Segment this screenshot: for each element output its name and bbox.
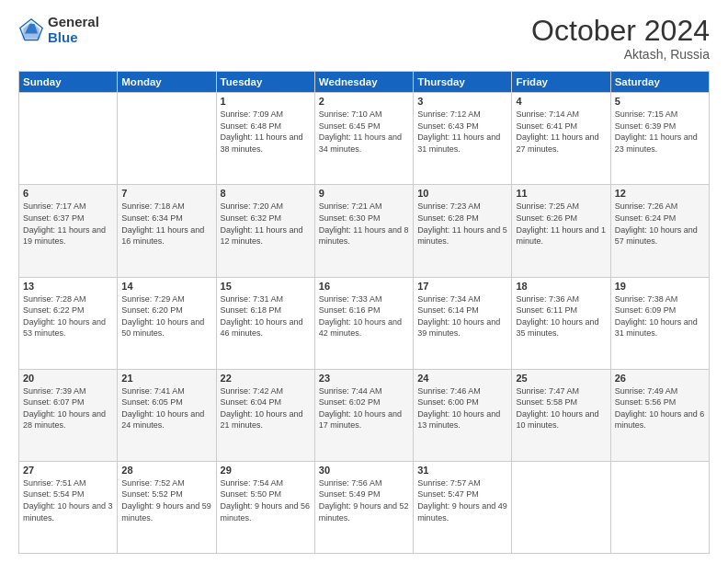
- cell-day-number: 31: [417, 465, 507, 476]
- table-row: 8Sunrise: 7:20 AMSunset: 6:32 PMDaylight…: [216, 185, 314, 277]
- cell-info: Sunrise: 7:46 AMSunset: 6:00 PMDaylight:…: [417, 385, 507, 431]
- table-row: 3Sunrise: 7:12 AMSunset: 6:43 PMDaylight…: [414, 93, 512, 185]
- cell-day-number: 1: [221, 96, 311, 107]
- table-row: 23Sunrise: 7:44 AMSunset: 6:02 PMDayligh…: [314, 369, 413, 461]
- table-row: 2Sunrise: 7:10 AMSunset: 6:45 PMDaylight…: [314, 93, 413, 185]
- table-row: 12Sunrise: 7:26 AMSunset: 6:24 PMDayligh…: [610, 185, 709, 277]
- cell-day-number: 17: [417, 281, 507, 292]
- table-row: 22Sunrise: 7:42 AMSunset: 6:04 PMDayligh…: [216, 369, 314, 461]
- table-row: 14Sunrise: 7:29 AMSunset: 6:20 PMDayligh…: [118, 277, 216, 369]
- table-row: 7Sunrise: 7:18 AMSunset: 6:34 PMDaylight…: [118, 185, 216, 277]
- logo-general: General: [48, 15, 99, 30]
- table-row: 29Sunrise: 7:54 AMSunset: 5:50 PMDayligh…: [216, 461, 314, 553]
- cell-info: Sunrise: 7:20 AMSunset: 6:32 PMDaylight:…: [221, 201, 311, 247]
- cell-info: Sunrise: 7:49 AMSunset: 5:56 PMDaylight:…: [615, 385, 705, 431]
- table-row: 30Sunrise: 7:56 AMSunset: 5:49 PMDayligh…: [314, 461, 413, 553]
- table-row: 17Sunrise: 7:34 AMSunset: 6:14 PMDayligh…: [414, 277, 512, 369]
- table-row: 10Sunrise: 7:23 AMSunset: 6:28 PMDayligh…: [414, 185, 512, 277]
- table-row: 4Sunrise: 7:14 AMSunset: 6:41 PMDaylight…: [512, 93, 610, 185]
- table-row: 24Sunrise: 7:46 AMSunset: 6:00 PMDayligh…: [414, 369, 512, 461]
- table-row: 9Sunrise: 7:21 AMSunset: 6:30 PMDaylight…: [314, 185, 413, 277]
- cell-day-number: 20: [23, 373, 113, 384]
- cell-info: Sunrise: 7:17 AMSunset: 6:37 PMDaylight:…: [23, 201, 113, 247]
- cell-day-number: 24: [417, 373, 507, 384]
- table-row: [118, 93, 216, 185]
- table-row: 16Sunrise: 7:33 AMSunset: 6:16 PMDayligh…: [314, 277, 413, 369]
- table-row: [19, 93, 118, 185]
- col-wednesday: Wednesday: [314, 72, 413, 93]
- cell-day-number: 14: [121, 281, 211, 292]
- cell-day-number: 5: [615, 96, 705, 107]
- calendar-week-4: 20Sunrise: 7:39 AMSunset: 6:07 PMDayligh…: [19, 369, 710, 461]
- cell-day-number: 11: [516, 188, 606, 199]
- cell-info: Sunrise: 7:42 AMSunset: 6:04 PMDaylight:…: [221, 385, 311, 431]
- calendar-table: Sunday Monday Tuesday Wednesday Thursday…: [18, 71, 710, 554]
- cell-day-number: 7: [121, 188, 211, 199]
- cell-day-number: 10: [417, 188, 507, 199]
- cell-day-number: 28: [121, 465, 211, 476]
- cell-day-number: 9: [319, 188, 409, 199]
- cell-day-number: 8: [221, 188, 311, 199]
- cell-info: Sunrise: 7:47 AMSunset: 5:58 PMDaylight:…: [516, 385, 606, 431]
- logo-blue: Blue: [48, 30, 99, 46]
- cell-day-number: 27: [23, 465, 113, 476]
- cell-day-number: 4: [516, 96, 606, 107]
- cell-info: Sunrise: 7:15 AMSunset: 6:39 PMDaylight:…: [615, 109, 705, 155]
- cell-info: Sunrise: 7:54 AMSunset: 5:50 PMDaylight:…: [221, 477, 311, 523]
- table-row: 20Sunrise: 7:39 AMSunset: 6:07 PMDayligh…: [19, 369, 118, 461]
- cell-info: Sunrise: 7:36 AMSunset: 6:11 PMDaylight:…: [516, 293, 606, 339]
- cell-day-number: 22: [221, 373, 311, 384]
- table-row: 6Sunrise: 7:17 AMSunset: 6:37 PMDaylight…: [19, 185, 118, 277]
- cell-day-number: 3: [417, 96, 507, 107]
- title-block: October 2024 Aktash, Russia: [531, 15, 710, 62]
- table-row: 25Sunrise: 7:47 AMSunset: 5:58 PMDayligh…: [512, 369, 610, 461]
- table-row: 19Sunrise: 7:38 AMSunset: 6:09 PMDayligh…: [610, 277, 709, 369]
- cell-day-number: 6: [23, 188, 113, 199]
- cell-info: Sunrise: 7:25 AMSunset: 6:26 PMDaylight:…: [516, 201, 606, 247]
- cell-day-number: 25: [516, 373, 606, 384]
- col-thursday: Thursday: [414, 72, 512, 93]
- col-tuesday: Tuesday: [216, 72, 314, 93]
- cell-info: Sunrise: 7:29 AMSunset: 6:20 PMDaylight:…: [121, 293, 211, 339]
- logo-icon: [18, 17, 44, 43]
- calendar-week-2: 6Sunrise: 7:17 AMSunset: 6:37 PMDaylight…: [19, 185, 710, 277]
- cell-day-number: 12: [615, 188, 705, 199]
- cell-day-number: 13: [23, 281, 113, 292]
- header: General Blue October 2024 Aktash, Russia: [18, 15, 710, 62]
- cell-info: Sunrise: 7:52 AMSunset: 5:52 PMDaylight:…: [121, 477, 211, 523]
- table-row: 28Sunrise: 7:52 AMSunset: 5:52 PMDayligh…: [118, 461, 216, 553]
- cell-info: Sunrise: 7:09 AMSunset: 6:48 PMDaylight:…: [221, 109, 311, 155]
- cell-info: Sunrise: 7:41 AMSunset: 6:05 PMDaylight:…: [121, 385, 211, 431]
- cell-info: Sunrise: 7:18 AMSunset: 6:34 PMDaylight:…: [121, 201, 211, 247]
- col-monday: Monday: [118, 72, 216, 93]
- calendar-header-row: Sunday Monday Tuesday Wednesday Thursday…: [19, 72, 710, 93]
- cell-info: Sunrise: 7:56 AMSunset: 5:49 PMDaylight:…: [319, 477, 409, 523]
- cell-info: Sunrise: 7:21 AMSunset: 6:30 PMDaylight:…: [319, 201, 409, 247]
- title-month: October 2024: [531, 15, 710, 47]
- cell-info: Sunrise: 7:57 AMSunset: 5:47 PMDaylight:…: [417, 477, 507, 523]
- table-row: 26Sunrise: 7:49 AMSunset: 5:56 PMDayligh…: [610, 369, 709, 461]
- cell-day-number: 30: [319, 465, 409, 476]
- cell-info: Sunrise: 7:28 AMSunset: 6:22 PMDaylight:…: [23, 293, 113, 339]
- cell-day-number: 26: [615, 373, 705, 384]
- table-row: [610, 461, 709, 553]
- cell-info: Sunrise: 7:23 AMSunset: 6:28 PMDaylight:…: [417, 201, 507, 247]
- cell-day-number: 16: [319, 281, 409, 292]
- cell-info: Sunrise: 7:12 AMSunset: 6:43 PMDaylight:…: [417, 109, 507, 155]
- calendar-week-5: 27Sunrise: 7:51 AMSunset: 5:54 PMDayligh…: [19, 461, 710, 553]
- cell-day-number: 19: [615, 281, 705, 292]
- table-row: 31Sunrise: 7:57 AMSunset: 5:47 PMDayligh…: [414, 461, 512, 553]
- table-row: 11Sunrise: 7:25 AMSunset: 6:26 PMDayligh…: [512, 185, 610, 277]
- cell-info: Sunrise: 7:44 AMSunset: 6:02 PMDaylight:…: [319, 385, 409, 431]
- table-row: 27Sunrise: 7:51 AMSunset: 5:54 PMDayligh…: [19, 461, 118, 553]
- table-row: 1Sunrise: 7:09 AMSunset: 6:48 PMDaylight…: [216, 93, 314, 185]
- cell-info: Sunrise: 7:31 AMSunset: 6:18 PMDaylight:…: [221, 293, 311, 339]
- table-row: 13Sunrise: 7:28 AMSunset: 6:22 PMDayligh…: [19, 277, 118, 369]
- cell-info: Sunrise: 7:26 AMSunset: 6:24 PMDaylight:…: [615, 201, 705, 247]
- cell-day-number: 2: [319, 96, 409, 107]
- table-row: [512, 461, 610, 553]
- calendar-week-1: 1Sunrise: 7:09 AMSunset: 6:48 PMDaylight…: [19, 93, 710, 185]
- page: General Blue October 2024 Aktash, Russia…: [0, 0, 728, 563]
- table-row: 5Sunrise: 7:15 AMSunset: 6:39 PMDaylight…: [610, 93, 709, 185]
- table-row: 15Sunrise: 7:31 AMSunset: 6:18 PMDayligh…: [216, 277, 314, 369]
